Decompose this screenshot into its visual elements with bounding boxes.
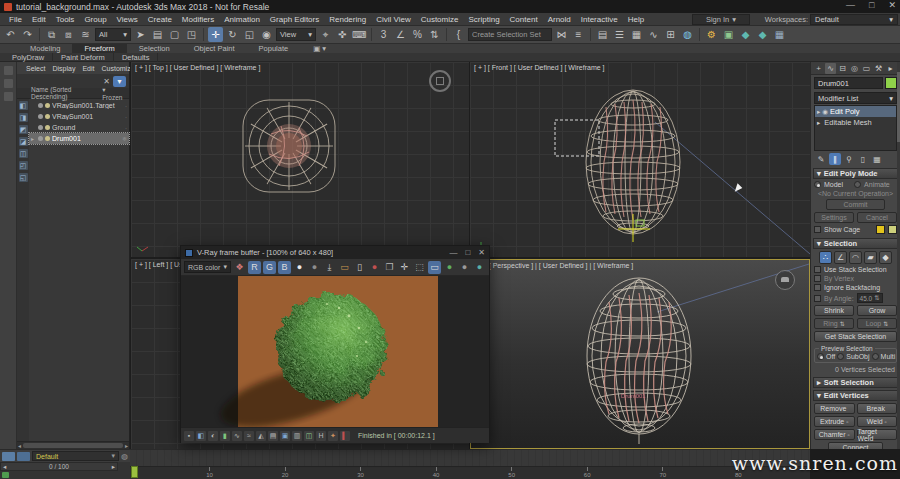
explorer-tool-icon[interactable]: ◪	[19, 137, 28, 146]
polygon-mode-icon[interactable]: ▰	[864, 251, 877, 264]
menu-item[interactable]: Civil View	[371, 15, 416, 24]
eye-icon[interactable]	[38, 136, 43, 141]
layer-manager-icon[interactable]: ☰	[612, 27, 627, 42]
key-filter-icon[interactable]	[2, 472, 9, 478]
configure-modifier-sets-icon[interactable]: ▦	[871, 153, 883, 165]
vfb-title-bar[interactable]: V-Ray frame buffer - [100% of 640 x 480]…	[181, 246, 489, 259]
viewport-layout-grid-icon[interactable]	[2, 452, 15, 461]
rollout-soft-selection[interactable]: ▸Soft Selection	[813, 377, 898, 388]
vfb-icc-icon[interactable]: ▥	[292, 431, 302, 441]
selection-set-field[interactable]	[468, 28, 552, 41]
object-name-field[interactable]: Drum001	[814, 77, 883, 89]
ring-button[interactable]: Ring⇅	[814, 318, 854, 329]
menu-item[interactable]: File	[4, 15, 27, 24]
select-object-icon[interactable]: ➤	[133, 27, 148, 42]
commit-button[interactable]: Commit	[826, 199, 885, 210]
edit-vertices-button[interactable]: Extrude▫	[814, 416, 855, 427]
show-end-result-icon[interactable]: ∥	[829, 153, 841, 165]
timeline-tick[interactable]: 50	[508, 467, 515, 479]
vfb-monitor-icon[interactable]: ▭	[428, 261, 441, 274]
vfb-minimize-button[interactable]: —	[449, 248, 457, 257]
ribbon-panel[interactable]: Paint Deform	[53, 53, 114, 62]
element-mode-icon[interactable]: ◆	[879, 251, 892, 264]
vfb-info-icon[interactable]: ▍	[340, 431, 350, 441]
pin-stack-icon[interactable]: ✎	[815, 153, 827, 165]
ribbon-tab[interactable]: Populate	[247, 44, 301, 53]
frame-scrollbar[interactable]: ◂ 0 / 100 ▸	[0, 462, 118, 471]
loop-button[interactable]: Loop⇅	[857, 318, 897, 329]
select-by-name-icon[interactable]: ▤	[150, 27, 165, 42]
vfb-region-render-icon[interactable]: ⬚	[413, 261, 426, 274]
material-editor-icon[interactable]: ◍	[680, 27, 695, 42]
timeline-tick[interactable]: 10	[206, 467, 213, 479]
rendered-frame-icon[interactable]: ▣	[721, 27, 736, 42]
scene-object-row[interactable]: VRaySun001.Target ·	[29, 100, 129, 111]
perspective-viewport-label[interactable]: [ + ] [ Perspective ] | [ User Defined ]…	[475, 262, 633, 269]
select-place-icon[interactable]: ◉	[259, 27, 274, 42]
menu-item[interactable]: Create	[143, 15, 177, 24]
vfb-green-channel-icon[interactable]: G	[263, 261, 276, 274]
edit-vertices-button[interactable]: Chamfer▫	[814, 429, 855, 440]
top-viewport[interactable]: [ + ] [ Top ] [ User Defined ] [ Wirefra…	[131, 62, 469, 257]
explorer-menu[interactable]: Display	[49, 65, 78, 72]
vfb-white-level-icon[interactable]: ●	[293, 261, 306, 274]
lock-icon[interactable]: ◍	[121, 452, 128, 461]
vertex-mode-icon[interactable]: ∴	[819, 251, 832, 264]
timeline-tick[interactable]: 20	[282, 467, 289, 479]
selection-filter-dropdown[interactable]: All▾	[95, 28, 131, 41]
rollout-edit-vertices[interactable]: ▾Edit Vertices	[813, 390, 898, 401]
eye-icon[interactable]	[38, 125, 43, 130]
expand-icon[interactable]: ▸	[817, 108, 820, 116]
vfb-clipboard-icon[interactable]: ▯	[353, 261, 366, 274]
vfb-hist-icon[interactable]: ▮	[220, 431, 230, 441]
vfb-red-channel-icon[interactable]: R	[248, 261, 261, 274]
menu-item[interactable]: Interactive	[576, 15, 623, 24]
menu-item[interactable]: Graph Editors	[265, 15, 324, 24]
explorer-tool-icon[interactable]: ◨	[19, 113, 28, 122]
use-stack-selection-checkbox[interactable]	[814, 266, 821, 273]
modifier-list-dropdown[interactable]: Modifier List▾	[814, 92, 897, 104]
explorer-column-header[interactable]: Name (Sorted Descending)▾ Frozen	[17, 88, 129, 99]
edit-vertices-button[interactable]: Remove	[814, 403, 855, 414]
cage-color-swatch[interactable]	[876, 225, 885, 234]
align-icon[interactable]: ≡	[571, 27, 586, 42]
vfb-close-button[interactable]: ✕	[478, 248, 485, 257]
preview-subobj-radio[interactable]	[837, 353, 844, 360]
redo-icon[interactable]: ↷	[20, 27, 35, 42]
explorer-menu[interactable]: Edit	[79, 65, 97, 72]
menu-item[interactable]: Views	[112, 15, 143, 24]
preview-off-radio[interactable]	[817, 353, 824, 360]
vfb-ball-green-icon[interactable]: ●	[443, 261, 456, 274]
utilities-tab-icon[interactable]: ⚒	[873, 63, 884, 74]
edit-vertices-button[interactable]: Weld▫	[857, 416, 898, 427]
unlink-icon[interactable]: ⧈	[61, 27, 76, 42]
frozen-icon[interactable]: ·	[125, 114, 127, 120]
edit-vertices-button[interactable]: Target Weld	[857, 429, 898, 440]
named-selection-sets-icon[interactable]: {	[451, 27, 466, 42]
workspace-dropdown[interactable]: Default▾	[810, 14, 898, 25]
front-viewport-label[interactable]: [ + ] [ Front ] [ User Defined ] [ Wiref…	[474, 64, 605, 71]
select-scale-icon[interactable]: ◱	[242, 27, 257, 42]
vfb-srgb-icon[interactable]: ▣	[280, 431, 290, 441]
explorer-menu[interactable]: Select	[23, 65, 48, 72]
menu-item[interactable]: Tools	[51, 15, 80, 24]
vfb-ab-icon[interactable]: ◐	[208, 431, 218, 441]
undo-icon[interactable]: ↶	[3, 27, 18, 42]
vfb-lut-icon[interactable]: ◫	[304, 431, 314, 441]
by-vertex-checkbox[interactable]	[814, 275, 821, 282]
border-mode-icon[interactable]: ◠	[849, 251, 862, 264]
rollout-selection[interactable]: ▾Selection	[813, 238, 898, 249]
menu-item[interactable]: Group	[79, 15, 111, 24]
snap-toggle-icon[interactable]: 3	[376, 27, 391, 42]
rect-select-icon[interactable]: ▢	[167, 27, 182, 42]
render-iterative-icon[interactable]: ◆	[755, 27, 770, 42]
scene-explorer-icon[interactable]: ▤	[595, 27, 610, 42]
eye-icon[interactable]	[38, 114, 43, 119]
vfb-ball-gray-icon[interactable]: ●	[458, 261, 471, 274]
preview-multi-radio[interactable]	[872, 353, 879, 360]
settings-button[interactable]: Settings	[814, 212, 854, 223]
scene-object-row[interactable]: ▸ Drum001 ❄	[29, 133, 129, 144]
vfb-stereo-icon[interactable]: ✦	[328, 431, 338, 441]
viewport-layout-icon[interactable]: ▦	[772, 27, 787, 42]
vray-frame-buffer-window[interactable]: V-Ray frame buffer - [100% of 640 x 480]…	[180, 245, 490, 443]
